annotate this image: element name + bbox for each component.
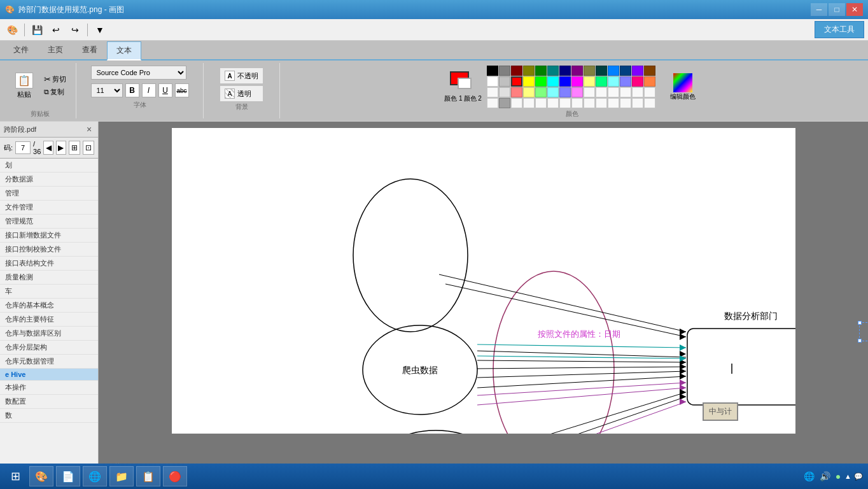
color-empty13[interactable] (559, 98, 571, 108)
transparent-button[interactable]: A 透明 (220, 86, 263, 101)
list-item[interactable]: 仓库的主要特征 (0, 313, 98, 327)
color-empty2[interactable] (584, 87, 595, 97)
text-tools-tab[interactable]: 文本工具 (815, 21, 864, 38)
tab-home[interactable]: 主页 (38, 41, 73, 59)
page-input[interactable] (15, 141, 31, 154)
list-item[interactable]: 仓库分层架构 (0, 341, 98, 355)
color-violet[interactable] (632, 66, 643, 76)
color-lightgreen[interactable] (535, 87, 547, 97)
color-empty7[interactable] (644, 87, 655, 97)
color-silver[interactable] (499, 76, 510, 87)
list-item[interactable]: 文件管理 (0, 201, 98, 215)
taskbar-paint[interactable]: 🎨 (29, 466, 53, 486)
color-darkblue2[interactable] (620, 66, 631, 76)
paste-button[interactable]: 📋 粘贴 (10, 72, 38, 100)
color-lightyellow[interactable] (584, 76, 595, 87)
list-item-hive[interactable]: e Hive (0, 369, 98, 381)
color-springgreen[interactable] (596, 76, 607, 87)
list-item[interactable]: 管理 (0, 187, 98, 201)
color-lightblue[interactable] (559, 87, 571, 97)
color-lightcyan[interactable] (608, 76, 619, 87)
tab-file[interactable]: 文件 (4, 41, 38, 59)
fit-page-button[interactable]: ⊞ (69, 141, 80, 155)
color-yellow[interactable] (523, 76, 535, 87)
color-blue[interactable] (559, 76, 571, 87)
color-empty11[interactable] (535, 98, 547, 108)
color-empty1[interactable] (487, 87, 498, 97)
prev-page-button[interactable]: ◀ (43, 141, 53, 155)
color-empty14[interactable] (571, 98, 583, 108)
redo-button[interactable]: ↪ (67, 22, 83, 38)
maximize-button[interactable]: □ (829, 3, 845, 16)
color-empty10[interactable] (523, 98, 535, 108)
color-empty8[interactable] (487, 98, 498, 108)
volume-icon[interactable]: 🔊 (818, 471, 832, 481)
save-button[interactable]: 💾 (29, 22, 45, 38)
color-brown[interactable] (644, 66, 655, 76)
color-olive[interactable] (523, 66, 535, 76)
color-empty9[interactable] (511, 98, 522, 108)
italic-button[interactable]: I (142, 83, 156, 97)
color-salmon[interactable] (511, 87, 522, 97)
color-cyan[interactable] (547, 76, 559, 87)
color-orange[interactable] (644, 76, 655, 87)
start-button[interactable]: ⊞ (3, 466, 28, 486)
list-item[interactable]: 仓库元数据管理 (0, 355, 98, 369)
battery-icon[interactable]: ● (834, 471, 842, 481)
list-item[interactable]: 接口新增数据文件 (0, 229, 98, 243)
color-darkteal[interactable] (596, 66, 607, 76)
opaque-button[interactable]: A 不透明 (220, 68, 263, 83)
color-teal[interactable] (547, 66, 559, 76)
taskbar-files[interactable]: 📁 (109, 466, 134, 486)
tab-view[interactable]: 查看 (73, 41, 107, 59)
network-icon[interactable]: 🌐 (802, 471, 816, 481)
color-empty4[interactable] (608, 87, 619, 97)
edit-color-button[interactable]: 编辑颜色 (666, 71, 700, 103)
cut-button[interactable]: ✂ 剪切 (41, 74, 69, 85)
color-lime[interactable] (535, 76, 547, 87)
sidebar-close-button[interactable]: × (84, 124, 94, 134)
tab-text[interactable]: 文本 (107, 41, 141, 60)
minimize-button[interactable]: ─ (811, 3, 827, 16)
undo-button[interactable]: ↩ (48, 22, 64, 38)
strikethrough-button[interactable]: abc (175, 83, 189, 97)
color-pink[interactable] (571, 87, 583, 97)
notifications-icon[interactable]: 💬 (854, 472, 863, 481)
menu-icon-button[interactable]: 🎨 (4, 22, 20, 38)
handle-bl[interactable] (858, 339, 862, 343)
color-empty12[interactable] (547, 98, 559, 108)
zoom-fit-button[interactable]: ⊡ (83, 141, 94, 155)
color2-swatch[interactable] (458, 78, 472, 89)
underline-button[interactable]: U (158, 83, 172, 97)
close-button[interactable]: ✕ (846, 3, 863, 16)
list-item[interactable]: 本操作 (0, 381, 98, 395)
color-navy[interactable] (559, 66, 571, 76)
list-item[interactable]: 仓库与数据库区别 (0, 327, 98, 341)
list-item[interactable]: 分数据源 (0, 173, 98, 187)
color-empty18[interactable] (620, 98, 631, 108)
color-empty20[interactable] (644, 98, 655, 108)
color-empty16[interactable] (596, 98, 607, 108)
taskbar-pdf2[interactable]: 📋 (136, 466, 160, 486)
dropdown-button[interactable]: ▼ (92, 22, 108, 38)
list-item[interactable]: 接口控制校验文件 (0, 243, 98, 257)
list-item[interactable]: 数配置 (0, 395, 98, 409)
color-darkred[interactable] (511, 66, 522, 76)
taskbar-pdf[interactable]: 📄 (56, 466, 80, 486)
color-empty17[interactable] (608, 98, 619, 108)
color-periwinkle[interactable] (620, 76, 631, 87)
color-lightyellow2[interactable] (523, 87, 535, 97)
color-empty15[interactable] (584, 98, 595, 108)
color-empty3[interactable] (596, 87, 607, 97)
canvas-wrapper[interactable]: 爬虫数据 业务系统数据 dump 数据分析部门 (99, 122, 868, 474)
font-family-select[interactable]: Source Code Pro (91, 66, 186, 80)
list-item[interactable]: 质量检测 (0, 271, 98, 285)
color-lightgray[interactable] (499, 87, 510, 97)
next-page-button[interactable]: ▶ (56, 141, 66, 155)
color-empty6[interactable] (632, 87, 643, 97)
color-lightcyan2[interactable] (547, 87, 559, 97)
taskbar-chrome[interactable]: 🌐 (83, 466, 107, 486)
font-size-select[interactable]: 11 (91, 83, 123, 97)
color-red[interactable] (511, 76, 522, 87)
color-black[interactable] (487, 66, 498, 76)
